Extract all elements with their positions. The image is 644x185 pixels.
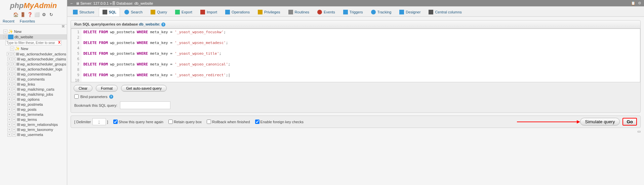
plus-icon[interactable]: + [7,118,11,122]
plus-icon[interactable]: + [12,92,16,96]
plus-icon[interactable]: + [12,112,16,117]
fk-checkbox[interactable] [255,120,259,124]
tree-filter-input[interactable] [5,40,62,45]
tree-table[interactable]: ++▦wp_termmeta [0,112,67,117]
sql-editor[interactable]: 1 2 3 4 5 6 7 8 9 10 DELETE FROM wp_post… [71,29,640,82]
go-button[interactable]: Go [622,118,637,126]
breadcrumb-server[interactable]: Server: 127.0.0.1 [80,1,109,5]
plus-icon[interactable]: + [12,82,16,86]
logout-icon[interactable]: 🚪 [20,12,26,17]
tree-table[interactable]: ++▦wp_options [0,97,67,102]
plus-icon[interactable]: + [7,112,11,117]
nav-triggers[interactable]: Triggers [339,7,367,16]
plus-icon[interactable]: + [12,133,16,137]
tree-table[interactable]: ++▦wp_actionscheduler_actions [0,51,67,56]
plus-icon[interactable]: + [12,128,16,132]
tree-table[interactable]: ++▦wp_links [0,82,67,87]
nav-events[interactable]: Events [314,7,339,16]
clear-button[interactable]: Clear [74,85,92,92]
tab-recent[interactable]: Recent [0,18,17,24]
nav-query[interactable]: Query [147,7,171,16]
show-again-checkbox[interactable] [113,120,118,124]
plus-icon[interactable]: + [7,133,11,137]
plus-icon[interactable]: + [12,67,16,71]
rollback-checkbox[interactable] [207,120,211,124]
nav-central-columns[interactable]: Central columns [425,7,465,16]
page-settings-icon[interactable]: 📋 [631,1,636,5]
tree-table[interactable]: ++▦wp_postmeta [0,102,67,107]
plus-icon[interactable]: + [12,107,16,111]
bookmark-input[interactable] [120,101,170,109]
tree-db-website[interactable]: −db_website [0,34,67,40]
nav-designer[interactable]: Designer [396,7,424,16]
gear-icon[interactable]: ⚙ [41,12,47,17]
plus-icon[interactable]: + [7,92,11,96]
plus-icon[interactable]: + [7,57,11,61]
delimiter-input[interactable] [92,118,106,125]
tree-table[interactable]: ++▦wp_mailchimp_jobs [0,92,67,97]
plus-icon[interactable]: + [7,72,11,76]
nav-export[interactable]: Export [171,7,196,16]
autosave-button[interactable]: Get auto-saved query [121,85,167,92]
tree-table[interactable]: ++▦wp_mailchimp_carts [0,87,67,92]
plus-icon[interactable]: + [7,97,11,101]
plus-icon[interactable]: + [7,128,11,132]
tree-table[interactable]: ++▦wp_comments [0,77,67,82]
tree-table[interactable]: ++▦wp_actionscheduler_claims [0,56,67,61]
tree-table[interactable]: ++▦wp_commentmeta [0,72,67,77]
nav-structure[interactable]: Structure [69,7,98,16]
link-icon[interactable]: ⌘ [0,25,67,28]
tree-table[interactable]: ++▦wp_actionscheduler_groups [0,61,67,66]
help-icon[interactable]: ? [161,22,165,27]
help-icon[interactable]: ? [109,95,113,99]
tree-table[interactable]: ++▦wp_actionscheduler_logs [0,66,67,72]
help-icon[interactable]: ❓ [27,12,33,17]
clear-filter-icon[interactable]: X [58,40,61,44]
nav-tracking[interactable]: Tracking [367,7,395,16]
collapse-sidebar-icon[interactable]: ← [70,1,74,5]
tree-table[interactable]: ++▦wp_terms [0,117,67,122]
plus-icon[interactable]: + [7,67,11,71]
plus-icon[interactable]: + [12,97,16,101]
reload-icon[interactable]: ↻ [48,12,54,17]
nav-operations[interactable]: Operations [222,7,253,16]
plus-icon[interactable]: + [12,102,16,106]
plus-icon[interactable]: + [11,52,15,56]
plus-icon[interactable]: + [7,62,11,66]
plus-icon[interactable]: + [12,123,16,127]
nav-search[interactable]: Search [121,7,146,16]
tree-table[interactable]: ++▦wp_usermeta [0,132,67,137]
plus-icon[interactable]: + [7,77,11,81]
plus-icon[interactable]: + [7,107,11,111]
sql-window-icon[interactable]: ⬜ [34,12,40,17]
home-icon[interactable]: 🏠 [13,12,18,17]
nav-sql[interactable]: SQL [99,7,120,16]
retain-checkbox[interactable] [168,120,173,124]
simulate-button[interactable]: Simulate query [580,118,620,126]
plus-icon[interactable]: + [7,123,11,127]
minus-icon[interactable]: − [3,30,7,34]
tree-new-table[interactable]: −✨New [0,46,67,51]
plus-icon[interactable]: + [7,52,10,56]
plus-icon[interactable]: + [12,77,16,81]
tree-table[interactable]: ++▦wp_posts [0,107,67,112]
plus-icon[interactable]: + [7,82,11,86]
tree-table[interactable]: ++▦wp_term_relationships [0,122,67,127]
tree-table[interactable]: ++▦wp_term_taxonomy [0,127,67,132]
sql-code-area[interactable]: DELETE FROM wp_postmeta WHERE meta_key =… [81,29,640,82]
breadcrumb-db[interactable]: Database: db_website [117,1,153,5]
minus-icon[interactable]: − [3,35,7,39]
collapse-icon[interactable]: ▭ [637,129,641,134]
nav-routines[interactable]: Routines [285,7,313,16]
format-button[interactable]: Format [96,85,118,92]
plus-icon[interactable]: + [12,62,16,66]
plus-icon[interactable]: + [12,72,16,76]
bind-params-checkbox[interactable] [74,94,79,99]
plus-icon[interactable]: + [7,87,11,91]
tree-new-db[interactable]: −✨New [0,29,67,34]
plus-icon[interactable]: + [7,102,11,106]
minus-icon[interactable]: − [10,47,14,51]
plus-icon[interactable]: + [12,118,16,122]
plus-icon[interactable]: + [12,87,16,91]
tab-favorites[interactable]: Favorites [17,18,38,24]
